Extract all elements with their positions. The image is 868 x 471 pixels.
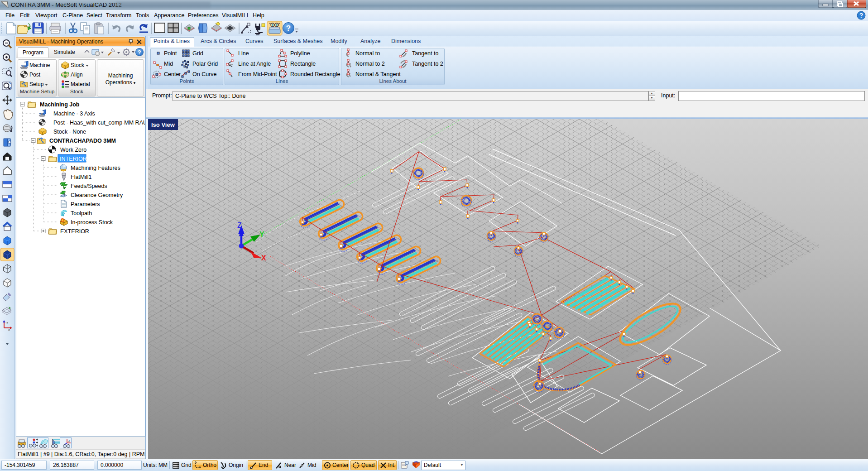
svg-text:EXTERIOR: EXTERIOR — [60, 228, 89, 235]
svg-text:Machining Job: Machining Job — [40, 101, 80, 108]
svg-text:Z: Z — [237, 221, 242, 229]
svg-text:FlatMill1: FlatMill1 — [71, 174, 92, 180]
svg-text:CONTRACHAPADO 3MM: CONTRACHAPADO 3MM — [49, 138, 116, 144]
svg-text:Machine: Machine — [29, 62, 50, 68]
svg-text:Toolpath: Toolpath — [71, 210, 92, 216]
svg-text:x: x — [8, 327, 10, 332]
svg-text:In-process Stock: In-process Stock — [71, 219, 113, 226]
svg-text:X: X — [261, 254, 266, 262]
svg-text:?: ? — [286, 24, 291, 33]
svg-text:INTERIOR: INTERIOR — [60, 156, 87, 162]
svg-text:?: ? — [859, 12, 863, 19]
svg-text:Align: Align — [71, 72, 83, 78]
svg-text:Post - Haas_with cut_comp-MM R: Post - Haas_with cut_comp-MM RAUL — [53, 120, 145, 126]
svg-text:Machining Features: Machining Features — [71, 165, 120, 171]
svg-text:Stock - None: Stock - None — [53, 129, 86, 135]
svg-text:Post: Post — [29, 72, 41, 78]
svg-text:Setup: Setup — [29, 81, 44, 87]
svg-text:Y: Y — [259, 231, 264, 238]
svg-text:?: ? — [138, 49, 141, 56]
svg-text:Work Zero: Work Zero — [60, 147, 86, 153]
svg-text:Parameters: Parameters — [71, 201, 100, 207]
svg-text:z: z — [68, 439, 70, 442]
svg-text:Machine - 3 Axis: Machine - 3 Axis — [53, 111, 95, 117]
svg-text:Feeds/Speeds: Feeds/Speeds — [71, 183, 107, 189]
svg-text:Material: Material — [71, 81, 90, 87]
svg-text:Clearance Geometry: Clearance Geometry — [71, 192, 123, 198]
svg-text:Iso View: Iso View — [151, 121, 175, 128]
svg-text:FlatMill1 | #9 | Dia:1.6, CRad: FlatMill1 | #9 | Dia:1.6, CRad:0, Taper:… — [18, 451, 145, 457]
svg-text:Stock: Stock — [71, 62, 85, 68]
svg-text:z: z — [6, 321, 8, 325]
